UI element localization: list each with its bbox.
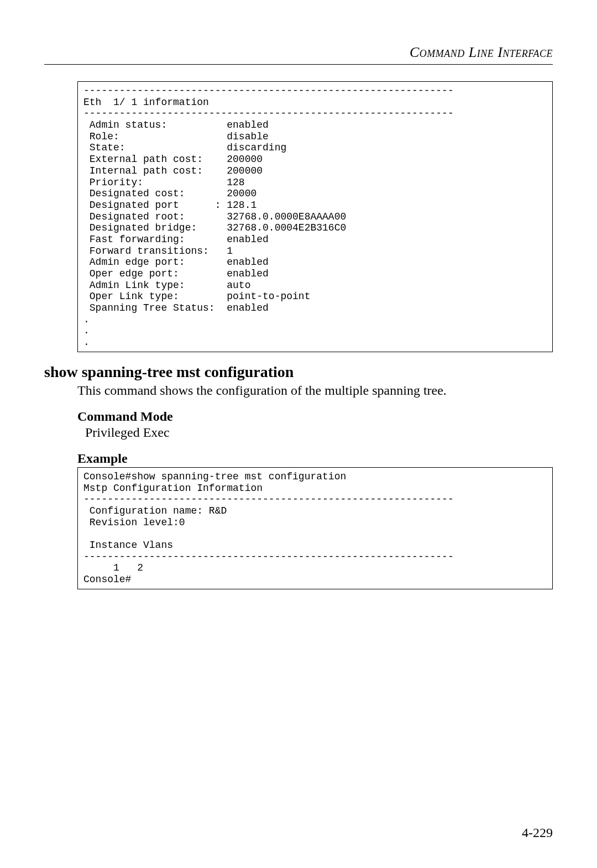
section-description: This command shows the configuration of … (77, 383, 553, 398)
page-number: 4-229 (522, 825, 553, 840)
command-mode-value: Privileged Exec (85, 425, 553, 440)
example-heading: Example (77, 451, 553, 466)
page: Command Line Interface -----------------… (0, 0, 597, 868)
section-body: This command shows the configuration of … (77, 383, 553, 589)
command-mode-heading: Command Mode (77, 409, 553, 424)
cli-output-eth-info: ----------------------------------------… (77, 81, 553, 352)
content-block-1: ----------------------------------------… (77, 81, 553, 352)
header-rule (44, 64, 553, 65)
section-title: show spanning-tree mst configuration (44, 363, 553, 381)
cli-output-mst-config: Console#show spanning-tree mst configura… (77, 467, 553, 589)
page-header: Command Line Interface (44, 44, 553, 61)
